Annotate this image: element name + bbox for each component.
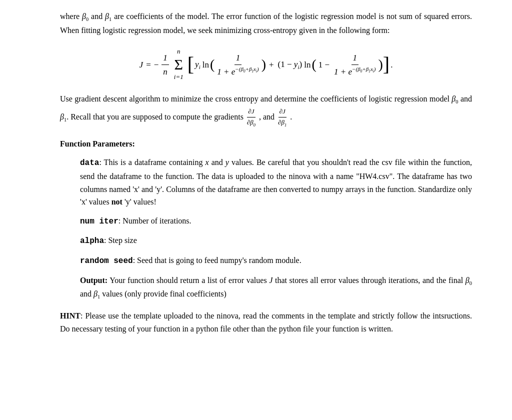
intro-paragraph: where β0 and β1 are coefficients of the … xyxy=(60,10,472,36)
param-random-seed: random seed: Seed that is going to feed … xyxy=(80,254,472,268)
param-random-seed-name: random seed xyxy=(80,256,133,266)
output-section: Output: Your function should return a li… xyxy=(80,274,472,302)
param-data-colon: : This is a dataframe containing x and y… xyxy=(80,158,472,206)
param-alpha: alpha: Step size xyxy=(80,234,472,248)
param-data: data: This is a dataframe containing x a… xyxy=(80,156,472,208)
param-random-seed-desc: : Seed that is going to feed numpy's ran… xyxy=(133,256,302,264)
hint-label: HINT xyxy=(60,312,80,320)
param-alpha-desc: : Step size xyxy=(104,236,137,244)
hint-paragraph: HINT: Please use the template uploaded t… xyxy=(60,310,472,335)
param-num-iter-desc: : Number of iterations. xyxy=(118,216,192,225)
hint-text: : Please use the template uploaded to th… xyxy=(60,312,472,333)
param-num-iter: num iter: Number of iterations. xyxy=(80,214,472,228)
output-label: Output: xyxy=(80,276,108,284)
main-content: where β0 and β1 are coefficients of the … xyxy=(60,10,472,335)
function-params-title: Function Parameters: xyxy=(60,138,472,150)
gradient-paragraph: Use gradient descent algorithm to minimi… xyxy=(60,92,472,128)
param-data-name: data xyxy=(80,158,99,168)
param-alpha-name: alpha xyxy=(80,236,104,246)
output-text: Your function should return a list of er… xyxy=(80,276,472,298)
cost-function-formula: J = − 1 n n Σ i=1 [ yi ln ( 1 1 + e−(β0+… xyxy=(60,46,472,82)
param-num-iter-name: num iter xyxy=(80,217,118,226)
